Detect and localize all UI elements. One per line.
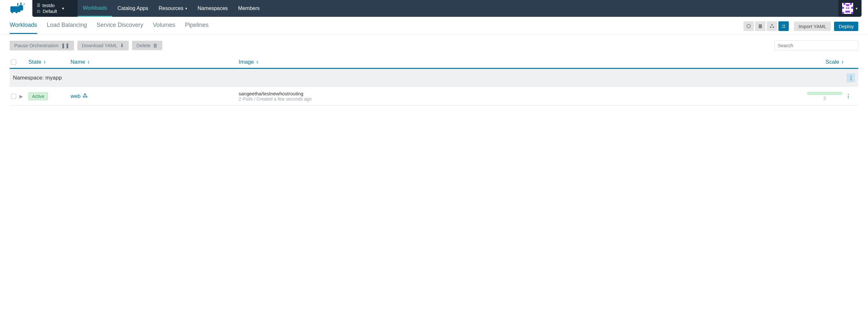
- sort-icon: ▲▼: [87, 60, 90, 64]
- svg-point-21: [771, 24, 773, 26]
- pause-label: Pause Orchestration: [14, 43, 59, 48]
- brand-logo-area: [6, 0, 32, 17]
- chevron-down-icon: ▾: [62, 6, 64, 11]
- th-name-label: Name: [70, 59, 85, 65]
- header-actions: Import YAML Deploy: [794, 22, 858, 34]
- sort-icon: ▲▼: [43, 60, 46, 64]
- svg-point-24: [782, 25, 783, 26]
- nav-catalog-label: Catalog Apps: [117, 5, 148, 11]
- tab-service-discovery[interactable]: Service Discovery: [97, 22, 143, 34]
- svg-rect-18: [759, 25, 762, 26]
- row-checkbox[interactable]: [11, 94, 16, 99]
- th-state[interactable]: State ▲▼: [28, 59, 70, 65]
- nav-namespaces[interactable]: Namespaces: [192, 0, 233, 17]
- view-stack-icon[interactable]: [755, 21, 766, 31]
- nav-members-label: Members: [238, 5, 260, 11]
- svg-point-22: [770, 27, 771, 28]
- avatar: [842, 3, 853, 14]
- row-menu-button[interactable]: ⋮: [844, 92, 852, 101]
- svg-rect-3: [20, 3, 21, 5]
- th-scale-label: Scale: [826, 59, 840, 65]
- status-badge: Active: [28, 92, 48, 100]
- svg-rect-16: [842, 12, 844, 14]
- navbar-main: ☰ testdo 🗀 Default ▾ Workloads Catalog A…: [32, 0, 862, 17]
- cluster-project-selector[interactable]: ☰ testdo 🗀 Default ▾: [32, 0, 78, 17]
- view-box-icon[interactable]: [743, 21, 754, 31]
- th-image-label: Image: [239, 59, 254, 65]
- svg-rect-19: [759, 26, 762, 27]
- svg-point-26: [782, 27, 783, 28]
- image-subtext: 2 Pods / Created a few seconds ago: [239, 96, 805, 101]
- svg-rect-17: [851, 12, 853, 14]
- svg-rect-15: [845, 11, 850, 12]
- svg-rect-12: [851, 7, 853, 9]
- svg-point-29: [83, 96, 85, 97]
- namespace-group-row: Namespace: myapp ⋮: [10, 69, 858, 87]
- svg-rect-27: [783, 27, 785, 28]
- svg-rect-20: [759, 27, 762, 28]
- search-input[interactable]: [774, 40, 858, 51]
- svg-rect-8: [843, 3, 845, 5]
- delete-label: Delete: [136, 43, 150, 48]
- th-scale[interactable]: Scale ▲▼: [805, 59, 844, 65]
- table-header: State ▲▼ Name ▲▼ Image ▲▼ Scale ▲▼: [10, 56, 858, 69]
- subtabs: Workloads Load Balancing Service Discove…: [10, 22, 209, 34]
- scale-bar: [807, 92, 842, 95]
- deploy-button[interactable]: Deploy: [834, 22, 858, 31]
- svg-rect-14: [848, 7, 849, 9]
- namespace-label: Namespace: myapp: [13, 75, 62, 81]
- tab-pipelines[interactable]: Pipelines: [185, 22, 209, 34]
- nav-workloads[interactable]: Workloads: [78, 0, 112, 17]
- image-name: sangeetha/testnewhostrouting: [239, 91, 805, 96]
- sort-icon: ▲▼: [841, 60, 844, 64]
- folder-icon: 🗀: [37, 9, 41, 13]
- nav-resources[interactable]: Resources▾: [153, 0, 192, 17]
- pause-orchestration-button[interactable]: Pause Orchestration ❚❚: [10, 41, 74, 51]
- svg-rect-2: [17, 3, 18, 6]
- tab-workloads[interactable]: Workloads: [10, 22, 37, 34]
- view-mode-buttons: [743, 21, 789, 34]
- nav-members[interactable]: Members: [233, 0, 265, 17]
- svg-point-4: [24, 4, 25, 4]
- bulk-toolbar: Pause Orchestration ❚❚ Download YAML ⬇ D…: [0, 35, 868, 56]
- nav-catalog-apps[interactable]: Catalog Apps: [112, 0, 153, 17]
- tab-volumes[interactable]: Volumes: [153, 22, 175, 34]
- chevron-down-icon: ▾: [185, 6, 187, 11]
- workloads-table: State ▲▼ Name ▲▼ Image ▲▼ Scale ▲▼ Names…: [10, 56, 858, 106]
- cluster-name: testdo: [42, 3, 55, 8]
- nav-workloads-label: Workloads: [83, 5, 107, 11]
- server-icon: ☰: [37, 3, 40, 8]
- nav-resources-label: Resources: [158, 5, 183, 11]
- download-yaml-button[interactable]: Download YAML ⬇: [77, 41, 129, 51]
- expand-icon[interactable]: ▶: [20, 94, 23, 99]
- svg-rect-13: [846, 7, 847, 9]
- svg-point-28: [84, 93, 86, 95]
- workload-name-text: web: [70, 93, 81, 100]
- th-image[interactable]: Image ▲▼: [239, 59, 805, 65]
- pods-icon: [83, 93, 88, 100]
- th-name[interactable]: Name ▲▼: [70, 59, 239, 65]
- svg-rect-9: [850, 3, 852, 5]
- svg-point-23: [773, 27, 774, 28]
- svg-rect-11: [842, 7, 844, 9]
- download-icon: ⬇: [120, 43, 124, 49]
- rancher-logo: [10, 3, 26, 14]
- import-yaml-button[interactable]: Import YAML: [794, 22, 831, 31]
- delete-button[interactable]: Delete 🗑: [132, 41, 162, 50]
- sub-header: Workloads Load Balancing Service Discove…: [0, 17, 868, 35]
- tab-load-balancing[interactable]: Load Balancing: [47, 22, 87, 34]
- view-cluster-icon[interactable]: [767, 21, 777, 31]
- svg-rect-1: [19, 5, 23, 10]
- th-state-label: State: [28, 59, 41, 65]
- svg-rect-25: [783, 25, 785, 26]
- select-all-checkbox[interactable]: [11, 60, 16, 65]
- svg-rect-5: [11, 11, 13, 13]
- trash-icon: 🗑: [153, 43, 158, 48]
- user-menu[interactable]: ▾: [838, 0, 862, 17]
- scale-value: 2: [824, 96, 826, 101]
- workload-name-link[interactable]: web: [70, 93, 239, 100]
- chevron-down-icon: ▾: [856, 6, 858, 11]
- view-list-icon[interactable]: [778, 21, 789, 31]
- namespace-menu-button[interactable]: ⋮: [847, 73, 855, 83]
- sort-icon: ▲▼: [256, 60, 259, 64]
